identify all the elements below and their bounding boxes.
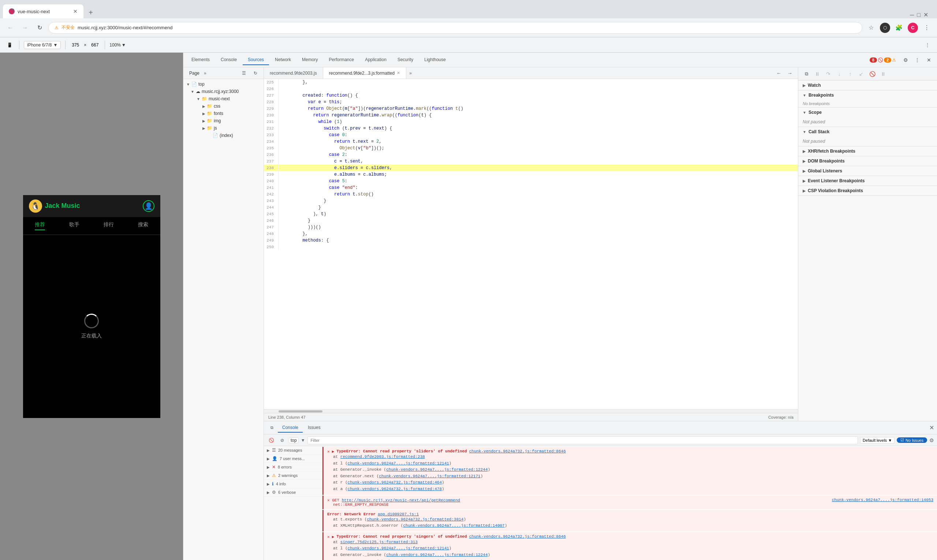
code-tab-recommend-formatted[interactable]: recommend.9fde2...3.js:formatted ✕	[323, 67, 406, 79]
tree-item-js[interactable]: ▶ 📁 js	[183, 125, 263, 132]
phone-nav-rank[interactable]: 排行	[103, 222, 114, 230]
zoom-selector[interactable]: 100% ▼	[109, 43, 126, 48]
console-group-verbose[interactable]: ▶ ⚙ 6 verbose	[264, 488, 322, 497]
scope-section-header[interactable]: ▼ Scope	[798, 108, 937, 117]
phone-avatar[interactable]: 👤	[143, 200, 154, 212]
tab-console[interactable]: Console	[215, 55, 242, 65]
console-group-all[interactable]: ▶ ☰ 20 messages	[264, 446, 322, 455]
console-network-jserror-location[interactable]: app.d1009207.js:1	[378, 512, 419, 517]
tab-security[interactable]: Security	[392, 55, 418, 65]
device-selector[interactable]: iPhone 6/7/8 ▼	[24, 41, 61, 49]
tab-close-button[interactable]: ✕	[73, 8, 78, 14]
step-out-button[interactable]: ↑	[845, 69, 855, 79]
forward-button[interactable]: →	[19, 22, 31, 34]
console-no-issues-button[interactable]: ☑ No Issues	[897, 437, 927, 443]
code-nav-back-button[interactable]: ←	[774, 68, 784, 78]
maximize-button[interactable]: □	[917, 12, 920, 18]
height-input[interactable]	[89, 43, 100, 48]
singers-stack-link-3[interactable]: chunk-vendors.9624a7....js:formatted:122…	[386, 553, 488, 557]
stack-link-2[interactable]: chunk-vendors.9624a7....js:formatted:121…	[348, 461, 449, 466]
sources-sync-button[interactable]: ↻	[250, 68, 261, 78]
phone-nav-search[interactable]: 搜索	[138, 222, 148, 230]
code-nav-forward-button[interactable]: →	[785, 68, 795, 78]
new-tab-button[interactable]: +	[85, 6, 97, 18]
tree-item-origin[interactable]: ▼ ☁ music.rcjj.xyz:3000	[183, 88, 263, 95]
console-context-dropdown[interactable]: ▼	[301, 438, 305, 443]
event-listener-header[interactable]: ▶ Event Listener Breakpoints	[798, 176, 937, 186]
stack-link-3[interactable]: chunk-vendors.9624a7....js:formatted:122…	[386, 468, 488, 472]
console-toggle-button[interactable]: ⧉	[267, 423, 277, 433]
deactivate-breakpoints-button[interactable]: 🚫	[867, 69, 877, 79]
console-tab-issues[interactable]: Issues	[303, 423, 325, 432]
console-error-sliders-expand[interactable]: ▶	[332, 449, 335, 454]
stack-link-4[interactable]: chunk-vendors.9624a7....js:formatted:121…	[379, 474, 480, 478]
pause-button[interactable]: ⏸	[812, 69, 822, 79]
console-close-button[interactable]: ✕	[929, 424, 934, 431]
sources-add-button[interactable]: ☰	[238, 68, 249, 78]
devtools-dock-button[interactable]: ✕	[924, 55, 934, 65]
more-options-button[interactable]: ⋮	[922, 40, 932, 50]
tree-item-top[interactable]: ▼ 📄 top	[183, 80, 263, 88]
tab-elements[interactable]: Elements	[186, 55, 215, 65]
tab-network[interactable]: Network	[270, 55, 296, 65]
xhr-breakpoints-header[interactable]: ▶ XHR/fetch Breakpoints	[798, 146, 937, 156]
code-tab-close-button[interactable]: ✕	[397, 71, 400, 75]
horizontal-scrollbar[interactable]	[264, 409, 798, 413]
width-input[interactable]	[70, 43, 81, 48]
tab-sources[interactable]: Sources	[243, 55, 269, 65]
tab-application[interactable]: Application	[360, 55, 392, 65]
code-tab-recommend-min[interactable]: recommend.9fde2003.js	[264, 67, 323, 79]
watch-section-header[interactable]: ▶ Watch	[798, 80, 937, 90]
call-stack-section-header[interactable]: ▼ Call Stack	[798, 127, 937, 137]
dock-panel-button[interactable]: ⧉	[801, 69, 811, 79]
minimize-button[interactable]: ─	[910, 12, 914, 18]
active-tab[interactable]: 🎵 vue-music-next ✕	[3, 5, 83, 18]
csp-violation-header[interactable]: ▶ CSP Violation Breakpoints	[798, 186, 937, 195]
network-stack-link-2[interactable]: chunk-vendors.9624a7....js:formatted:140…	[403, 523, 505, 528]
tab-performance[interactable]: Performance	[323, 55, 359, 65]
devtools-more-button[interactable]: ⋮	[912, 55, 922, 65]
network-stack-link-1[interactable]: chunk-vendors.9624a732.js:formatted:3814	[367, 517, 463, 522]
stack-link-6[interactable]: chunk-vendors.9624a732.js:formatted:478	[348, 487, 442, 491]
puzzle-button[interactable]: 🧩	[893, 22, 905, 34]
singers-stack-link-1[interactable]: singer.75d2c125.js:formatted:313	[340, 540, 418, 544]
stack-link-1[interactable]: recommend.9fde2003.js:formatted:238	[340, 455, 425, 459]
code-area[interactable]: 225 }, 226 227 created: f	[264, 79, 798, 409]
reload-button[interactable]: ↻	[34, 22, 45, 34]
console-error-singers-location[interactable]: chunk-vendors.9624a732.js:formatted:8646	[469, 534, 566, 539]
pause-on-exceptions-button[interactable]: ⏸	[878, 69, 888, 79]
stack-link-5[interactable]: chunk-vendors.9624a732.js:formatted:464	[348, 480, 442, 485]
console-settings-button[interactable]: ⚙	[929, 437, 934, 443]
global-listeners-header[interactable]: ▶ Global Listeners	[798, 166, 937, 176]
bookmark-button[interactable]: ☆	[865, 22, 877, 34]
console-filter-input[interactable]	[308, 436, 858, 445]
tree-item-css[interactable]: ▶ 📁 css	[183, 103, 263, 110]
singers-stack-link-2[interactable]: chunk-vendors.9624a7....js:formatted:121…	[348, 546, 449, 551]
console-level-selector[interactable]: Default levels ▼	[860, 437, 894, 444]
phone-nav-recommend[interactable]: 推荐	[35, 222, 45, 230]
console-clear-button[interactable]: 🚫	[267, 436, 275, 445]
extensions-button[interactable]: ⬡	[880, 23, 890, 33]
scrollbar-thumb[interactable]	[278, 410, 323, 412]
tree-item-music-next[interactable]: ▼ 📁 music-next	[183, 95, 263, 103]
dom-breakpoints-header[interactable]: ▶ DOM Breakpoints	[798, 156, 937, 166]
console-group-errors[interactable]: ▶ ✕ 8 errors	[264, 463, 322, 471]
devtools-settings-button[interactable]: ⚙	[900, 55, 911, 65]
console-group-user[interactable]: ▶ 👤 7 user mess...	[264, 455, 322, 463]
console-error-singers-expand[interactable]: ▶	[332, 534, 335, 539]
sources-more-button[interactable]: »	[204, 71, 206, 76]
step-button[interactable]: ↙	[856, 69, 866, 79]
step-over-button[interactable]: ↷	[823, 69, 834, 79]
console-tab-console[interactable]: Console	[278, 423, 303, 432]
back-button[interactable]: ←	[5, 22, 16, 34]
code-tabs-more-button[interactable]: »	[406, 71, 415, 76]
step-into-button[interactable]: ↓	[834, 69, 845, 79]
console-error-sliders-location[interactable]: chunk-vendors.9624a732.js:formatted:8646	[469, 449, 566, 454]
toggle-device-toolbar-button[interactable]: 📱	[5, 40, 15, 50]
tree-item-img[interactable]: ▶ 📁 img	[183, 117, 263, 125]
address-input[interactable]: ⚠ 不安全 music.rcjj.xyz:3000/music-next/#/r…	[48, 22, 862, 34]
console-group-info[interactable]: ▶ ℹ 4 info	[264, 480, 322, 488]
breakpoints-section-header[interactable]: ▼ Breakpoints	[798, 91, 937, 100]
tab-lighthouse[interactable]: Lighthouse	[419, 55, 451, 65]
tree-item-fonts[interactable]: ▶ 📁 fonts	[183, 110, 263, 117]
